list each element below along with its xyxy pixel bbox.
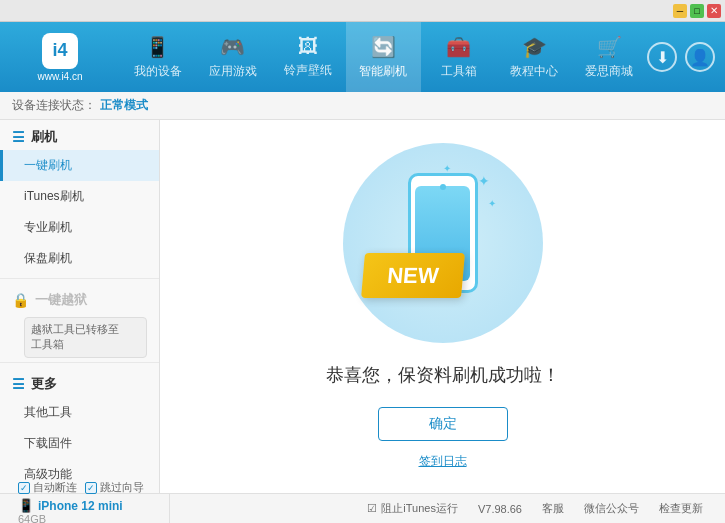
device-name: 📱 iPhone 12 mini bbox=[18, 498, 161, 513]
sidebar-section-jailbreak: 🔒 一键越狱 bbox=[0, 283, 159, 313]
smart-flash-icon: 🔄 bbox=[371, 35, 396, 59]
checkbox-skip-wizard-label: 跳过向导 bbox=[100, 480, 144, 495]
daily-button[interactable]: 签到日志 bbox=[419, 453, 467, 470]
sidebar-divider-1 bbox=[0, 278, 159, 279]
sidebar-item-download-firmware[interactable]: 下载固件 bbox=[0, 428, 159, 459]
bottom-full: ✓ 自动断连 ✓ 跳过向导 📱 iPhone 12 mini 64GB Down… bbox=[10, 494, 715, 523]
sparkle-2: ✦ bbox=[488, 198, 496, 209]
bottom-bar: ✓ 自动断连 ✓ 跳过向导 📱 iPhone 12 mini 64GB Down… bbox=[0, 493, 725, 523]
flash-section-icon: ☰ bbox=[12, 129, 25, 145]
service-link[interactable]: 客服 bbox=[542, 501, 564, 516]
sparkle-3: ✦ bbox=[443, 163, 451, 174]
logo-icon: i4 bbox=[42, 33, 78, 69]
sidebar-more-label: 更多 bbox=[31, 375, 57, 393]
nav-my-device-label: 我的设备 bbox=[134, 63, 182, 80]
sidebar-item-itunes-flash[interactable]: iTunes刷机 bbox=[0, 181, 159, 212]
sidebar-item-other-tools[interactable]: 其他工具 bbox=[0, 397, 159, 428]
toolbox-icon: 🧰 bbox=[446, 35, 471, 59]
sidebar-item-save-flash[interactable]: 保盘刷机 bbox=[0, 243, 159, 274]
jailbreak-icon: 🔒 bbox=[12, 292, 29, 308]
sparkle-1: ✦ bbox=[478, 173, 490, 189]
sidebar-jailbreak-label: 一键越狱 bbox=[35, 291, 87, 309]
sidebar: ☰ 刷机 一键刷机 iTunes刷机 专业刷机 保盘刷机 🔒 一键越狱 越狱工具… bbox=[0, 120, 160, 493]
confirm-button[interactable]: 确定 bbox=[378, 407, 508, 441]
checkbox-skip-wizard-box: ✓ bbox=[85, 482, 97, 494]
checkbox-auto-disconnect-box: ✓ bbox=[18, 482, 30, 494]
sidebar-section-flash-label: 刷机 bbox=[31, 128, 57, 146]
apps-icon: 🎮 bbox=[220, 35, 245, 59]
checkbox-auto-disconnect[interactable]: ✓ 自动断连 bbox=[18, 480, 77, 495]
tutorial-icon: 🎓 bbox=[522, 35, 547, 59]
close-button[interactable]: ✕ bbox=[707, 4, 721, 18]
nav-bar: 📱 我的设备 🎮 应用游戏 🖼 铃声壁纸 🔄 智能刷机 🧰 工具箱 🎓 教程中心… bbox=[120, 22, 647, 92]
maximize-button[interactable]: □ bbox=[690, 4, 704, 18]
sidebar-divider-2 bbox=[0, 362, 159, 363]
update-link[interactable]: 检查更新 bbox=[659, 501, 703, 516]
nav-tutorial-label: 教程中心 bbox=[510, 63, 558, 80]
nav-tutorial[interactable]: 🎓 教程中心 bbox=[496, 22, 571, 92]
sidebar-notice: 越狱工具已转移至工具箱 bbox=[24, 317, 147, 358]
stop-itunes-label: 阻止iTunes运行 bbox=[381, 501, 458, 516]
bottom-content-section: ☑ 阻止iTunes运行 V7.98.66 客服 微信公众号 检查更新 bbox=[170, 494, 715, 523]
nav-wallpaper[interactable]: 🖼 铃声壁纸 bbox=[271, 22, 346, 92]
nav-smart-flash[interactable]: 🔄 智能刷机 bbox=[346, 22, 421, 92]
header-actions: ⬇ 👤 bbox=[647, 42, 725, 72]
wallpaper-icon: 🖼 bbox=[298, 35, 318, 58]
checkbox-auto-disconnect-label: 自动断连 bbox=[33, 480, 77, 495]
stop-itunes: ☑ 阻止iTunes运行 bbox=[367, 501, 458, 516]
nav-smart-flash-label: 智能刷机 bbox=[359, 63, 407, 80]
nav-wallpaper-label: 铃声壁纸 bbox=[284, 62, 332, 79]
stop-itunes-icon: ☑ bbox=[367, 502, 377, 515]
logo-area: i4 www.i4.cn bbox=[0, 33, 120, 82]
nav-shop[interactable]: 🛒 爱思商城 bbox=[572, 22, 647, 92]
checkbox-skip-wizard[interactable]: ✓ 跳过向导 bbox=[85, 480, 144, 495]
nav-my-device[interactable]: 📱 我的设备 bbox=[120, 22, 195, 92]
device-icon: 📱 bbox=[145, 35, 170, 59]
status-value: 正常模式 bbox=[100, 97, 148, 114]
version-label: V7.98.66 bbox=[478, 503, 522, 515]
sidebar-section-more: ☰ 更多 bbox=[0, 367, 159, 397]
success-title: 恭喜您，保资料刷机成功啦！ bbox=[326, 363, 560, 387]
wechat-link[interactable]: 微信公众号 bbox=[584, 501, 639, 516]
phone-dot bbox=[440, 184, 446, 190]
minimize-button[interactable]: ─ bbox=[673, 4, 687, 18]
nav-apps-label: 应用游戏 bbox=[209, 63, 257, 80]
shop-icon: 🛒 bbox=[597, 35, 622, 59]
nav-toolbox[interactable]: 🧰 工具箱 bbox=[421, 22, 496, 92]
sidebar-item-one-click-flash[interactable]: 一键刷机 bbox=[0, 150, 159, 181]
main-layout: ☰ 刷机 一键刷机 iTunes刷机 专业刷机 保盘刷机 🔒 一键越狱 越狱工具… bbox=[0, 120, 725, 493]
main-content: NEW ✦ ✦ ✦ 恭喜您，保资料刷机成功啦！ 确定 签到日志 bbox=[160, 120, 725, 493]
status-label: 设备连接状态： bbox=[12, 97, 96, 114]
nav-toolbox-label: 工具箱 bbox=[441, 63, 477, 80]
bottom-sidebar-section: ✓ 自动断连 ✓ 跳过向导 📱 iPhone 12 mini 64GB Down… bbox=[10, 494, 170, 523]
sidebar-item-pro-flash[interactable]: 专业刷机 bbox=[0, 212, 159, 243]
status-bar: 设备连接状态： 正常模式 bbox=[0, 92, 725, 120]
download-button[interactable]: ⬇ bbox=[647, 42, 677, 72]
sidebar-section-flash: ☰ 刷机 bbox=[0, 120, 159, 150]
success-illustration: NEW ✦ ✦ ✦ bbox=[343, 143, 543, 343]
user-button[interactable]: 👤 bbox=[685, 42, 715, 72]
logo-url: www.i4.cn bbox=[37, 71, 82, 82]
device-storage: 64GB bbox=[18, 513, 161, 523]
device-icon-bottom: 📱 bbox=[18, 498, 34, 513]
nav-shop-label: 爱思商城 bbox=[585, 63, 633, 80]
new-banner: NEW bbox=[361, 253, 465, 298]
header: i4 www.i4.cn 📱 我的设备 🎮 应用游戏 🖼 铃声壁纸 🔄 智能刷机… bbox=[0, 22, 725, 92]
more-icon: ☰ bbox=[12, 376, 25, 392]
title-bar: ─ □ ✕ bbox=[0, 0, 725, 22]
nav-apps[interactable]: 🎮 应用游戏 bbox=[195, 22, 270, 92]
